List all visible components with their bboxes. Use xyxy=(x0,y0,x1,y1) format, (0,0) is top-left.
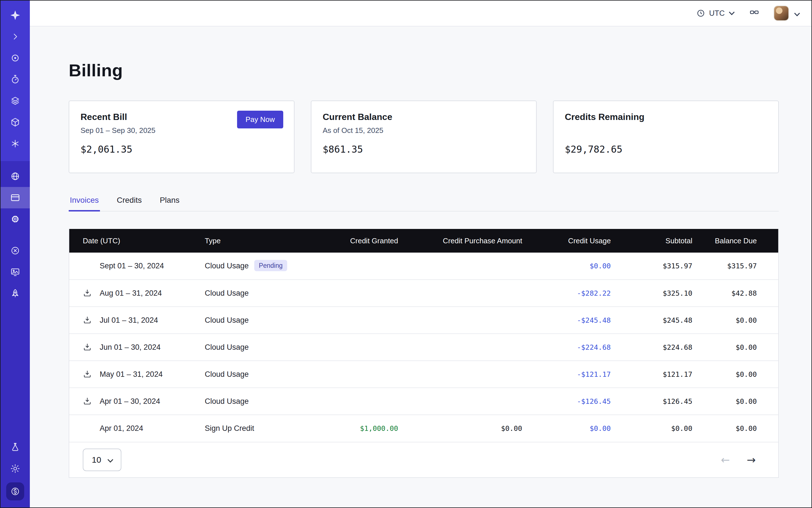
invoice-type: Cloud Usage xyxy=(205,289,249,297)
type-cell: Cloud UsagePending xyxy=(197,253,303,280)
credit-granted-cell: $1,000.00 xyxy=(303,415,406,442)
download-invoice-button[interactable] xyxy=(83,370,100,379)
next-page-button[interactable]: → xyxy=(747,455,756,465)
circle-x-icon xyxy=(10,246,20,256)
sidebar-item-circle-x[interactable] xyxy=(1,240,30,261)
card-subtitle: As of Oct 15, 2025 xyxy=(323,126,525,135)
sidebar-item-asterisk[interactable] xyxy=(1,133,30,154)
date-cell: Sept 01 – 30, 2024 xyxy=(69,253,197,280)
date-cell: Aug 01 – 31, 2024 xyxy=(69,280,197,307)
column-header: Credit Usage xyxy=(530,229,619,253)
page-size-value: 10 xyxy=(92,455,101,465)
table-row: Jun 01 – 30, 2024Cloud Usage-$224.68$224… xyxy=(69,334,778,361)
credit-usage-cell: -$121.17 xyxy=(530,361,619,388)
pay-now-button[interactable]: Pay Now xyxy=(237,111,283,128)
table-row: Sept 01 – 30, 2024Cloud UsagePending$0.0… xyxy=(69,253,778,280)
subtotal-cell: $126.45 xyxy=(618,388,700,415)
credit-granted-cell xyxy=(303,334,406,361)
invoice-date: Aug 01 – 31, 2024 xyxy=(100,289,162,297)
tab-plans[interactable]: Plans xyxy=(159,196,180,211)
download-invoice-button[interactable] xyxy=(83,316,100,325)
download-invoice-button[interactable] xyxy=(83,397,100,406)
page-title: Billing xyxy=(69,60,779,80)
sun-icon xyxy=(10,464,20,474)
billing-tabs: InvoicesCreditsPlans xyxy=(69,196,779,211)
sidebar-item-coin[interactable] xyxy=(1,479,30,501)
timezone-selector[interactable]: UTC xyxy=(696,9,735,18)
sidebar-item-target[interactable] xyxy=(1,47,30,69)
table-row: Jul 01 – 31, 2024Cloud Usage-$245.48$245… xyxy=(69,307,778,334)
balance-due-cell: $0.00 xyxy=(700,415,778,442)
timer-icon xyxy=(10,74,20,84)
sidebar-spacer xyxy=(1,304,30,436)
balance-due-cell: $0.00 xyxy=(700,334,778,361)
column-header: Type xyxy=(197,229,303,253)
card-title: Credits Remaining xyxy=(565,112,767,122)
credit-granted-cell xyxy=(303,361,406,388)
credit-usage-cell: $0.00 xyxy=(530,253,619,280)
sidebar-item-rocket[interactable] xyxy=(1,283,30,304)
table-row: Apr 01 – 30, 2024Cloud Usage-$126.45$126… xyxy=(69,388,778,415)
subtotal-cell: $0.00 xyxy=(618,415,700,442)
sidebar-top-group xyxy=(1,1,30,161)
type-cell: Sign Up Credit xyxy=(197,415,303,442)
package-icon xyxy=(10,117,20,127)
sidebar-item-monitor[interactable] xyxy=(1,261,30,283)
balance-due-cell: $315.97 xyxy=(700,253,778,280)
sidebar xyxy=(1,1,30,507)
type-cell: Cloud Usage xyxy=(197,334,303,361)
column-header: Subtotal xyxy=(618,229,700,253)
subtotal-cell: $121.17 xyxy=(618,361,700,388)
card-title: Current Balance xyxy=(323,112,525,122)
sidebar-item-flask[interactable] xyxy=(1,436,30,458)
target-icon xyxy=(10,53,20,63)
sidebar-item-layers[interactable] xyxy=(1,90,30,112)
page-size-select[interactable]: 10 xyxy=(83,449,121,471)
download-invoice-button[interactable] xyxy=(83,343,100,352)
invoice-date: May 01 – 31, 2024 xyxy=(100,370,163,378)
date-cell: May 01 – 31, 2024 xyxy=(69,361,197,388)
sidebar-item-globe[interactable] xyxy=(1,166,30,187)
invoice-type: Sign Up Credit xyxy=(205,424,254,432)
sidebar-item-sun[interactable] xyxy=(1,458,30,479)
column-header: Credit Purchase Amount xyxy=(406,229,530,253)
credit-granted-cell xyxy=(303,388,406,415)
tab-invoices[interactable]: Invoices xyxy=(69,196,100,211)
credit-usage-cell: -$224.68 xyxy=(530,334,619,361)
glasses-icon xyxy=(749,7,760,19)
topbar: UTC xyxy=(30,1,811,27)
date-cell: Apr 01, 2024 xyxy=(69,415,197,442)
sidebar-item-package[interactable] xyxy=(1,112,30,133)
credit-usage-cell: -$282.22 xyxy=(530,280,619,307)
account-menu[interactable] xyxy=(774,6,800,21)
invoice-type: Cloud Usage xyxy=(205,262,249,270)
credit-purchase-cell xyxy=(406,361,530,388)
sidebar-item-settings[interactable] xyxy=(1,208,30,230)
rocket-icon xyxy=(10,288,20,298)
prev-page-button[interactable]: ← xyxy=(721,455,730,465)
balance-due-cell: $0.00 xyxy=(700,388,778,415)
current-balance-amount: $861.35 xyxy=(323,143,525,155)
sidebar-item-compass-logo[interactable] xyxy=(1,4,30,26)
sidebar-item-timer[interactable] xyxy=(1,69,30,90)
download-invoice-button[interactable] xyxy=(83,289,100,298)
compass-logo-icon xyxy=(9,9,21,21)
sidebar-item-billing-card[interactable] xyxy=(1,187,30,208)
credit-purchase-cell: $0.00 xyxy=(406,415,530,442)
chevron-down-icon xyxy=(107,455,114,465)
type-cell: Cloud Usage xyxy=(197,361,303,388)
sidebar-bottom-group xyxy=(1,436,30,507)
sidebar-item-chevron-right[interactable] xyxy=(1,26,30,47)
sidebar-middle-group xyxy=(1,161,30,230)
invoice-date: Jul 01 – 31, 2024 xyxy=(100,316,158,325)
glasses-button[interactable] xyxy=(749,7,760,19)
column-header: Credit Granted xyxy=(303,229,406,253)
date-cell: Jul 01 – 31, 2024 xyxy=(69,307,197,334)
subtotal-cell: $224.68 xyxy=(618,334,700,361)
main-column: UTC Billing Recent B xyxy=(30,1,811,507)
pagination-arrows: ← → xyxy=(721,455,765,465)
type-cell: Cloud Usage xyxy=(197,280,303,307)
balance-due-cell: $0.00 xyxy=(700,361,778,388)
tab-credits[interactable]: Credits xyxy=(116,196,143,211)
table-row: Apr 01, 2024Sign Up Credit$1,000.00$0.00… xyxy=(69,415,778,442)
